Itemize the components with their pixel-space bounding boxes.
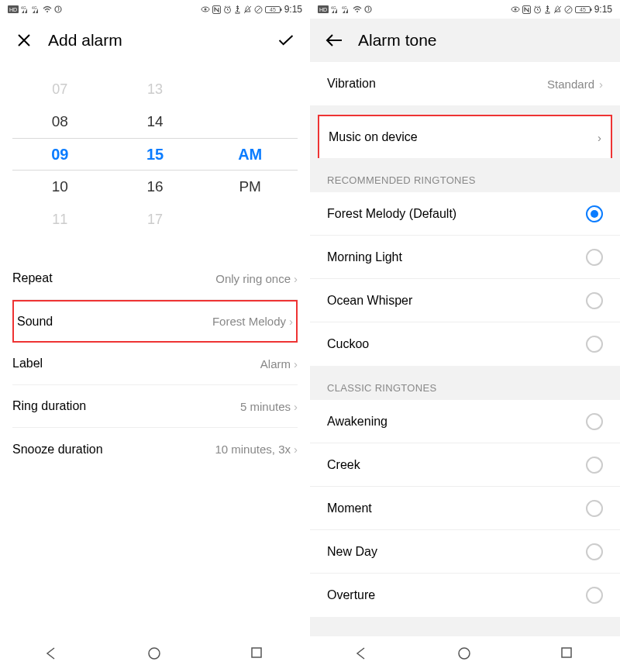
- nav-back-icon[interactable]: [354, 646, 370, 662]
- hd-icon: HD: [8, 5, 19, 13]
- check-icon[interactable]: [277, 32, 294, 49]
- svg-line-30: [554, 6, 561, 13]
- ringtone-row[interactable]: Overture: [310, 574, 620, 617]
- battery-icon: 45: [265, 5, 282, 14]
- picker-option[interactable]: 16: [108, 171, 203, 203]
- ringtone-row[interactable]: Morning Light: [310, 236, 620, 279]
- picker-option[interactable]: PM: [202, 171, 298, 203]
- ringtone-row[interactable]: Cuckoo: [310, 322, 620, 366]
- svg-rect-34: [591, 9, 592, 11]
- svg-text:HD: HD: [9, 7, 17, 12]
- radio-selected-icon[interactable]: [586, 205, 603, 222]
- picker-option[interactable]: 11: [12, 203, 108, 236]
- svg-text:HD: HD: [319, 7, 327, 12]
- ringtone-row[interactable]: Moment: [310, 487, 620, 530]
- nav-recents-icon[interactable]: [250, 646, 266, 662]
- nav-bar: [0, 636, 310, 672]
- ringtone-label: Ocean Whisper: [327, 294, 412, 308]
- chevron-right-icon: ›: [289, 315, 293, 328]
- picker-option[interactable]: 14: [108, 105, 203, 138]
- chevron-right-icon: ›: [294, 272, 298, 285]
- picker-option-selected[interactable]: 15: [108, 138, 203, 171]
- svg-text:45: 45: [580, 7, 586, 12]
- setting-ring-duration[interactable]: Ring duration 5 minutes›: [12, 385, 298, 428]
- radio-icon[interactable]: [586, 249, 603, 266]
- no-data-icon: [564, 5, 573, 14]
- radio-icon[interactable]: [586, 336, 603, 353]
- status-bar: HD 4G 4G 45 9:15: [0, 0, 310, 19]
- setting-value: Forest Melody›: [212, 315, 293, 328]
- eye-icon: [201, 5, 210, 13]
- setting-sound[interactable]: Sound Forest Melody›: [12, 300, 298, 343]
- radio-icon[interactable]: [586, 587, 603, 604]
- ringtone-row[interactable]: Creek: [310, 443, 620, 487]
- row-label: Music on device: [329, 130, 418, 144]
- page-title: Add alarm: [48, 31, 122, 50]
- ringtone-row[interactable]: Forest Melody (Default): [310, 192, 620, 236]
- ringtone-label: Morning Light: [327, 250, 402, 264]
- nav-recents-icon[interactable]: [560, 646, 576, 662]
- picker-option[interactable]: 08: [12, 105, 108, 138]
- setting-label: Repeat: [12, 271, 53, 285]
- radio-icon[interactable]: [586, 500, 603, 517]
- time-picker[interactable]: 07 08 09 10 11 13 14 15 16 17 AM PM: [0, 62, 310, 243]
- close-icon[interactable]: [16, 32, 33, 49]
- setting-snooze-duration[interactable]: Snooze duration 10 minutes, 3x›: [12, 428, 298, 470]
- setting-label: Snooze duration: [12, 443, 103, 457]
- eye-icon: [511, 5, 520, 13]
- picker-option-selected[interactable]: 09: [12, 138, 108, 171]
- setting-label: Sound: [17, 315, 53, 329]
- setting-label-row[interactable]: Label Alarm›: [12, 343, 298, 385]
- setting-value: 5 minutes›: [240, 400, 298, 413]
- signal-4g-icon: 4G: [342, 5, 350, 13]
- svg-line-13: [256, 7, 261, 12]
- ringtone-row[interactable]: New Day: [310, 530, 620, 574]
- svg-rect-10: [236, 12, 239, 13]
- picker-option[interactable]: 07: [12, 73, 108, 105]
- back-icon[interactable]: [326, 32, 343, 49]
- picker-minutes[interactable]: 13 14 15 16 17: [108, 73, 203, 236]
- status-time: 9:15: [594, 4, 612, 15]
- ringtone-row[interactable]: Awakening: [310, 400, 620, 443]
- svg-point-17: [149, 648, 160, 659]
- header-alarm-tone: Alarm tone: [310, 19, 620, 62]
- nav-back-icon[interactable]: [44, 646, 60, 662]
- picker-option[interactable]: 10: [12, 171, 108, 203]
- page-title: Alarm tone: [358, 31, 437, 50]
- setting-repeat[interactable]: Repeat Only ring once›: [12, 257, 298, 300]
- picker-ampm[interactable]: AM PM: [202, 73, 298, 236]
- radio-icon[interactable]: [586, 457, 603, 474]
- svg-rect-15: [281, 9, 282, 11]
- status-left: HD 4G 4G: [8, 5, 62, 13]
- status-right: 45 9:15: [511, 4, 612, 15]
- radio-icon[interactable]: [586, 543, 603, 560]
- row-music-on-device[interactable]: Music on device ›: [318, 115, 612, 158]
- row-label: Vibration: [327, 77, 376, 91]
- picker-option-selected[interactable]: AM: [202, 138, 298, 171]
- status-left: HD 4G 4G: [318, 5, 372, 13]
- radio-icon[interactable]: [586, 292, 603, 309]
- alarm-clock-icon: [533, 5, 542, 14]
- svg-rect-29: [546, 12, 549, 13]
- ringtone-row[interactable]: Ocean Whisper: [310, 279, 620, 322]
- row-vibration[interactable]: Vibration Standard›: [310, 62, 620, 105]
- picker-hours[interactable]: 07 08 09 10 11: [12, 73, 108, 236]
- alarm-clock-icon: [223, 5, 232, 14]
- svg-line-32: [566, 7, 571, 12]
- picker-option[interactable]: 17: [108, 203, 203, 236]
- phone-alarm-tone: HD 4G 4G 45 9:15 Alarm tone Vibration St…: [310, 0, 620, 672]
- svg-line-11: [244, 6, 251, 13]
- signal-4g-icon: 4G: [21, 5, 29, 13]
- nav-home-icon[interactable]: [147, 646, 163, 662]
- radio-icon[interactable]: [586, 413, 603, 430]
- picker-option[interactable]: 13: [108, 73, 203, 105]
- chevron-right-icon: ›: [294, 400, 298, 413]
- battery-icon: 45: [575, 5, 592, 14]
- svg-point-26: [514, 9, 516, 11]
- ringtone-label: Awakening: [327, 415, 388, 429]
- chevron-right-icon: ›: [294, 357, 298, 370]
- ringtone-label: Moment: [327, 501, 372, 515]
- nav-home-icon[interactable]: [457, 646, 473, 662]
- chevron-right-icon: ›: [294, 443, 298, 456]
- svg-rect-37: [562, 648, 571, 657]
